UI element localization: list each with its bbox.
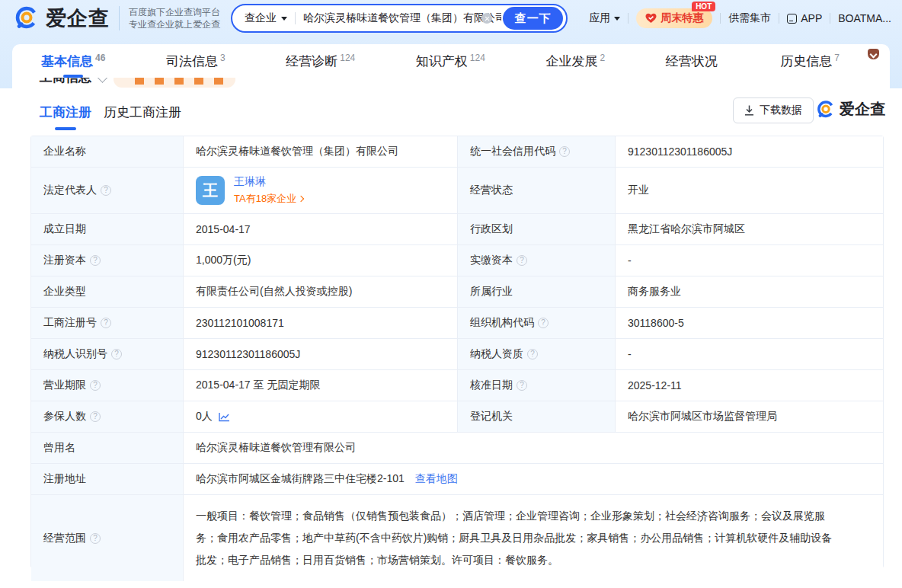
registration-authority-value: 哈尔滨市阿城区市场监督管理局 [616,401,883,432]
help-icon[interactable] [90,380,101,391]
subtab-business-registration[interactable]: 工商注册 [40,104,91,121]
divider [779,13,779,24]
companies-link-label: TA有18家企业 [234,192,296,206]
nav-partner[interactable]: BOATMA... [838,12,891,24]
promo-label: 周末特惠 [661,11,703,25]
insured-count-cell: 0人 [184,401,458,432]
aiqicha-logo[interactable]: 爱企查 [14,5,110,32]
field-label: 纳税人识别号 [31,339,184,369]
subtab-history-registration[interactable]: 历史工商注册 [104,104,181,121]
aiqicha-logo-icon [14,5,40,31]
brand-watermark-text: 爱企查 [840,99,885,120]
field-label: 营业期限 [31,370,184,401]
insured-count-value: 0人 [196,410,213,423]
table-row: 成立日期 2015-04-17 行政区划 黑龙江省哈尔滨市阿城区 [31,214,883,245]
legal-rep-companies-link[interactable]: TA有18家企业 [234,192,303,206]
registration-info-table: 企业名称 哈尔滨灵椿味道餐饮管理（集团）有限公司 统一社会信用代码 912301… [30,136,884,568]
help-icon[interactable] [90,411,101,422]
field-label: 注册地址 [31,464,184,494]
line-chart-icon[interactable] [219,412,230,422]
help-icon[interactable] [101,318,111,328]
help-icon[interactable] [517,255,527,266]
tab-operating-status[interactable]: 经营状况 [664,44,721,78]
chevron-down-icon [614,17,620,21]
field-label: 企业类型 [31,276,184,307]
tab-count: 124 [340,53,355,63]
nav-market[interactable]: 供需集市 [728,11,771,25]
credit-code-value: 91230112301186005J [616,136,883,167]
search-button[interactable]: 查一下 [503,7,563,30]
search-input[interactable]: 哈尔滨灵椿味道餐饮管理（集团）有限公司 [303,11,501,25]
paid-in-capital-value: - [616,245,883,276]
field-label: 统一社会信用代码 [458,136,616,167]
chevron-right-icon [298,196,304,202]
search-category-dropdown[interactable]: 查企业 [245,11,287,25]
help-icon[interactable] [559,146,570,157]
nav-app-download[interactable]: APP [787,12,822,24]
field-label: 经营状态 [458,168,616,213]
clear-icon[interactable] [481,13,492,24]
main-card: 基本信息46 司法信息3 经营诊断124 知识产权124 企业发展2 经营状况 … [12,44,890,588]
slogan: 百度旗下企业查询平台 专业查企业就上爱企查 [119,6,220,30]
nav-market-label: 供需集市 [728,11,771,25]
field-label: 组织机构代码 [458,308,616,338]
former-name-value: 哈尔滨灵椿味道餐饮管理有限公司 [184,433,883,463]
chevron-down-icon [281,17,287,21]
tab-count: 124 [470,53,485,63]
help-icon[interactable] [90,255,101,266]
hot-badge: HOT [692,2,715,11]
table-row: 注册资本 1,000万(元) 实缴资本 - [31,245,883,276]
tab-label: 基本信息 [41,53,93,70]
chevron-down-icon [98,78,107,83]
section-tabs: 基本信息46 司法信息3 经营诊断124 知识产权124 企业发展2 经营状况 … [12,44,890,78]
collapse-badge-icon[interactable] [868,49,879,59]
slogan-line1: 百度旗下企业查询平台 [129,6,220,18]
help-icon[interactable] [538,318,549,328]
registered-address-cell: 哈尔滨市阿城区金城街牌路三中住宅楼2-101 查看地图 [184,464,883,494]
table-row: 营业期限 2015-04-17 至 无固定期限 核准日期 2025-12-11 [31,370,883,401]
download-data-button[interactable]: 下载数据 [733,97,814,123]
legal-representative-cell: 王 王琳琳 TA有18家企业 [184,168,458,213]
tab-intellectual-property[interactable]: 知识产权124 [414,44,487,78]
field-label: 曾用名 [31,433,184,463]
nav-apps[interactable]: 应用 [589,11,620,25]
logo-wordmark: 爱企查 [46,5,110,32]
heart-icon [645,13,657,24]
help-icon[interactable] [111,349,122,360]
tab-label: 司法信息 [166,53,218,70]
approval-date-value: 2025-12-11 [616,370,883,401]
field-label: 成立日期 [31,214,184,244]
registered-capital-value: 1,000万(元) [184,245,458,276]
avatar[interactable]: 王 [196,176,225,205]
legal-rep-name-link[interactable]: 王琳琳 [234,175,303,189]
business-term-value: 2015-04-17 至 无固定期限 [184,370,458,401]
help-icon[interactable] [517,380,527,391]
tab-count: 2 [600,53,605,63]
tab-business-diagnosis[interactable]: 经营诊断124 [284,44,357,78]
divider [830,13,830,24]
table-row: 法定代表人 王 王琳琳 TA有18家企业 经营状态 开业 [31,168,883,214]
help-icon[interactable] [527,349,538,360]
view-map-link[interactable]: 查看地图 [415,472,458,486]
business-scope-value: 一般项目：餐饮管理；食品销售（仅销售预包装食品）；酒店管理；企业管理咨询；企业形… [184,495,883,581]
tab-enterprise-development[interactable]: 企业发展2 [544,44,606,78]
field-label: 经营范围 [31,495,184,581]
tab-basic-info[interactable]: 基本信息46 [40,44,107,78]
clipped-section-header: 工商信息 [12,78,890,88]
help-icon[interactable] [90,533,101,544]
tab-label: 知识产权 [416,53,468,70]
operating-status-value: 开业 [616,168,883,213]
company-type-value: 有限责任公司(自然人投资或控股) [184,276,458,307]
industry-value: 商务服务业 [616,276,883,307]
field-label: 所属行业 [458,276,616,307]
slogan-line2: 专业查企业就上爱企查 [129,18,220,30]
registration-number-value: 230112101008171 [184,308,458,338]
tab-label: 企业发展 [545,53,597,70]
top-navigation: 应用 周末特惠 HOT 供需集市 AP [589,8,891,28]
tab-history-info[interactable]: 历史信息7 [779,44,841,78]
divider [295,12,296,24]
help-icon[interactable] [101,185,111,196]
tab-judicial-info[interactable]: 司法信息3 [165,44,227,78]
download-icon [744,105,754,116]
field-label: 法定代表人 [31,168,184,213]
